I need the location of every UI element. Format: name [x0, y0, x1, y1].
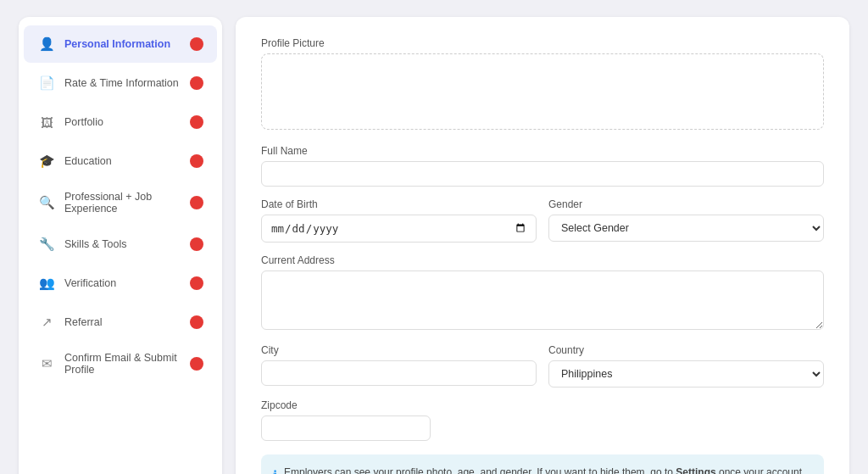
sidebar-icon-rate-time-information: 📄	[37, 74, 56, 92]
current-address-input[interactable]	[261, 270, 824, 330]
sidebar-icon-referral: ↗	[37, 313, 56, 332]
sidebar-label-rate-time-information: Rate & Time Information	[64, 77, 179, 89]
sidebar-label-portfolio: Portfolio	[64, 116, 103, 128]
sidebar-item-left: 📄 Rate & Time Information	[37, 74, 179, 92]
gender-field: Gender Select GenderMaleFemaleNon-binary…	[548, 198, 824, 243]
sidebar-icon-confirm-email-submit: ✉	[37, 354, 56, 373]
sidebar-icon-education: 🎓	[37, 152, 56, 170]
gender-label: Gender	[548, 198, 824, 210]
sidebar-icon-professional-job-experience: 🔍	[37, 193, 56, 212]
badge-professional-job-experience	[190, 196, 203, 209]
dob-label: Date of Birth	[261, 198, 537, 210]
sidebar-item-rate-time-information[interactable]: 📄 Rate & Time Information	[24, 64, 217, 102]
profile-picture-upload[interactable]	[261, 53, 824, 130]
full-name-label: Full Name	[261, 145, 824, 157]
dob-gender-row: Date of Birth Gender Select GenderMaleFe…	[261, 198, 824, 254]
sidebar-item-education[interactable]: 🎓 Education	[24, 142, 217, 180]
sidebar-label-confirm-email-submit: Confirm Email & Submit Profile	[64, 352, 190, 376]
badge-personal-information	[190, 37, 203, 51]
sidebar-item-referral[interactable]: ↗ Referral	[24, 304, 217, 341]
country-field: Country PhilippinesUnited StatesUnited K…	[548, 344, 824, 388]
sidebar-item-left: 🔧 Skills & Tools	[37, 235, 126, 254]
sidebar-label-education: Education	[64, 155, 112, 167]
sidebar-item-left: 🔍 Professional + Job Experience	[37, 191, 190, 215]
sidebar-icon-personal-information: 👤	[37, 35, 56, 53]
sidebar-item-skills-tools[interactable]: 🔧 Skills & Tools	[24, 226, 217, 263]
sidebar-item-left: 👥 Verification	[37, 274, 116, 293]
gender-select[interactable]: Select GenderMaleFemaleNon-binaryPrefer …	[548, 215, 824, 242]
current-address-row: Current Address	[261, 254, 824, 332]
sidebar-item-left: 👤 Personal Information	[37, 35, 170, 53]
sidebar-label-verification: Verification	[64, 277, 116, 289]
sidebar-icon-portfolio: 🖼	[37, 113, 56, 131]
sidebar: 👤 Personal Information 📄 Rate & Time Inf…	[19, 17, 222, 474]
dob-field: Date of Birth	[261, 198, 537, 243]
city-input[interactable]	[261, 360, 537, 386]
sidebar-label-personal-information: Personal Information	[64, 38, 170, 50]
profile-picture-label: Profile Picture	[261, 37, 824, 49]
sidebar-item-portfolio[interactable]: 🖼 Portfolio	[24, 103, 217, 141]
dob-input[interactable]	[261, 215, 537, 243]
app-container: 👤 Personal Information 📄 Rate & Time Inf…	[19, 17, 849, 474]
info-text: Employers can see your profile photo, ag…	[284, 465, 812, 474]
badge-referral	[190, 315, 203, 329]
sidebar-label-skills-tools: Skills & Tools	[64, 238, 126, 250]
full-name-row: Full Name	[261, 145, 824, 187]
main-content: Profile Picture Full Name Date of Birth …	[236, 17, 849, 474]
current-address-label: Current Address	[261, 254, 824, 266]
city-label: City	[261, 344, 537, 356]
sidebar-item-verification[interactable]: 👥 Verification	[24, 265, 217, 302]
city-field: City	[261, 344, 537, 388]
badge-rate-time-information	[190, 76, 203, 90]
info-icon: ℹ	[273, 466, 277, 474]
full-name-input[interactable]	[261, 161, 824, 187]
country-label: Country	[548, 344, 824, 356]
country-select[interactable]: PhilippinesUnited StatesUnited KingdomAu…	[548, 360, 824, 388]
badge-confirm-email-submit	[190, 357, 203, 371]
sidebar-item-left: ↗ Referral	[37, 313, 102, 332]
zipcode-row: Zipcode	[261, 399, 824, 441]
badge-education	[190, 154, 203, 168]
badge-skills-tools	[190, 237, 203, 251]
badge-portfolio	[190, 115, 203, 129]
sidebar-item-personal-information[interactable]: 👤 Personal Information	[24, 25, 217, 63]
zipcode-input[interactable]	[261, 415, 431, 441]
city-country-row: City Country PhilippinesUnited StatesUni…	[261, 344, 824, 399]
info-box: ℹ Employers can see your profile photo, …	[261, 454, 824, 474]
sidebar-item-left: ✉ Confirm Email & Submit Profile	[37, 352, 190, 376]
sidebar-icon-verification: 👥	[37, 274, 56, 293]
sidebar-label-referral: Referral	[64, 316, 102, 328]
profile-picture-section: Profile Picture	[261, 37, 824, 130]
sidebar-item-left: 🎓 Education	[37, 152, 112, 170]
sidebar-label-professional-job-experience: Professional + Job Experience	[64, 191, 190, 215]
sidebar-icon-skills-tools: 🔧	[37, 235, 56, 254]
sidebar-item-professional-job-experience[interactable]: 🔍 Professional + Job Experience	[24, 181, 217, 224]
sidebar-item-left: 🖼 Portfolio	[37, 113, 103, 131]
zipcode-label: Zipcode	[261, 399, 824, 411]
badge-verification	[190, 276, 203, 290]
sidebar-item-confirm-email-submit[interactable]: ✉ Confirm Email & Submit Profile	[24, 343, 217, 385]
